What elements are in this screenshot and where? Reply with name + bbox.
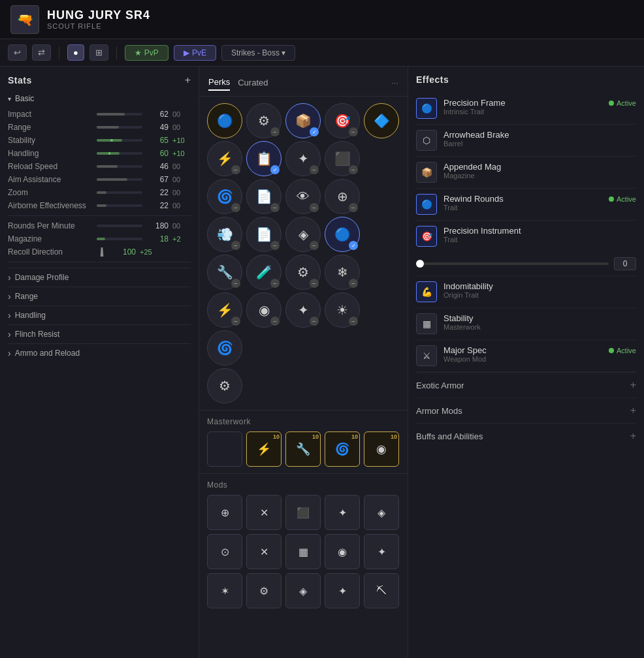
buffs-abilities-section[interactable]: Buffs and Abilities + [416,423,636,448]
mod-slot-3-4[interactable]: ✦ [325,573,360,608]
rewind-rounds-icon: 🔵 [416,194,437,215]
effects-title: Effects [416,74,636,85]
rewind-rounds-dot [609,196,614,202]
mw-slot-empty[interactable] [207,431,242,467]
perk-slot-6-1[interactable]: ⚡ [207,292,242,328]
perk-slot-1-5[interactable]: 🔷 [364,103,399,138]
damage-profile-section[interactable]: Damage Profile [8,268,191,287]
mod-slot-1-4[interactable]: ✦ [325,495,360,530]
back-button[interactable]: ↩ [8,44,27,61]
stat-bonus-3: +10 [172,149,191,157]
weapon-info: HUNG JURY SR4 SCOUT RIFLE [47,8,150,30]
perk-slot-3-3[interactable]: 👁 [285,179,321,214]
masterwork-row: ⚡10 🔧10 🌀10 ◉10 [207,431,400,467]
arrowhead-info: Arrowhead Brake Barrel [443,130,636,148]
mod-slot-1-5[interactable]: ◈ [364,495,399,530]
stat-row-3: Handling 60 +10 [8,149,191,158]
perks-more-icon[interactable]: ··· [391,78,398,87]
mod-slot-2-2[interactable]: ✕ [246,534,282,569]
pve-button[interactable]: PvE [174,45,216,61]
strikes-button[interactable]: Strikes - Boss ▾ [221,45,295,61]
appended-mag-sub: Magazine [443,172,636,180]
stat-bar-4 [97,165,142,168]
exotic-armor-section[interactable]: Exotic Armor + [416,372,636,398]
perk-slot-4-2[interactable]: 📄 [246,217,282,252]
mw-badge-2: 10 [312,433,319,440]
perk-slot-3-2[interactable]: 📄 [246,179,282,214]
perk-slot-4-3[interactable]: ◈ [285,217,321,252]
perk-slot-2-3[interactable]: ✦ [285,141,321,176]
mw-slot-2[interactable]: 🔧10 [285,431,321,467]
perk-slot-2-4[interactable]: ⬛ [325,141,360,176]
shuffle-button[interactable]: ⇄ [32,44,51,61]
armor-mods-section[interactable]: Armor Mods + [416,398,636,423]
mod-slot-2-5[interactable]: ✦ [364,534,399,569]
stat-value-1: 49 [146,123,169,132]
perk-slot-2-2[interactable]: 📋 [246,141,282,176]
perks-panel: Perks Curated ··· 🔵 ⚙ 📦 🎯 🔷 ⚡ 📋 ✦ ⬛ [199,67,408,658]
perk-slot-3-1[interactable]: 🌀 [207,179,242,214]
range-section[interactable]: Range [8,287,191,306]
perk-slot-5-2[interactable]: 🧪 [246,255,282,290]
flinch-resist-section[interactable]: Flinch Resist [8,324,191,343]
mw-badge-4: 10 [391,433,397,440]
perk-slot-1-1[interactable]: 🔵 [207,103,242,138]
perk-slot-4-1[interactable]: 💨 [207,217,242,252]
flinch-resist-label: Flinch Resist [15,330,60,339]
stat-rows: Impact 62 00 Range 49 00 Stability [8,110,191,210]
mw-slot-1[interactable]: ⚡10 [246,431,282,467]
mod-slot-1-1[interactable]: ⊕ [207,495,242,530]
major-spec-name: Major Spec [443,345,636,355]
perk-row-5: 🔧 🧪 ⚙ ❄ [207,255,400,290]
tab-curated[interactable]: Curated [238,75,268,90]
single-view-button[interactable]: ● [67,44,84,61]
mod-slot-3-2[interactable]: ⚙ [246,573,282,608]
ammo-reload-section[interactable]: Ammo and Reload [8,343,191,362]
grid-view-button[interactable]: ⊞ [89,44,108,61]
perk-slot-5-4[interactable]: ❄ [325,255,360,290]
perk-row-4: 💨 📄 ◈ 🔵 [207,217,400,252]
basic-section-toggle[interactable]: Basic [8,93,191,104]
mod-slot-3-5[interactable]: ⛏ [364,573,399,608]
stat-bar-5 [97,178,142,181]
tab-perks[interactable]: Perks [208,74,230,91]
stat-bar-fill-7 [97,204,106,207]
perk-slot-4-4[interactable]: 🔵 [325,217,360,252]
perk-slot-3-4[interactable]: ⊕ [325,179,360,214]
perk-slot-8-1[interactable]: ⚙ [207,368,242,403]
mod-slot-2-1[interactable]: ⊙ [207,534,242,569]
perk-slot-6-4[interactable]: ☀ [325,292,360,328]
perk-slot-6-2[interactable]: ◉ [246,292,282,328]
mod-slot-3-3[interactable]: ◈ [285,573,321,608]
stat-label-4: Reload Speed [8,162,93,171]
magazine-value: 18 [146,234,169,243]
pvp-button[interactable]: PvP [125,45,169,61]
perk-slot-5-1[interactable]: 🔧 [207,255,242,290]
perk-row-6: ⚡ ◉ ✦ ☀ [207,292,400,328]
perk-slot-7-1[interactable]: 🌀 [207,330,242,366]
perk-slot-6-3[interactable]: ✦ [285,292,321,328]
perk-row-3: 🌀 📄 👁 ⊕ [207,179,400,214]
perk-slot-1-2[interactable]: ⚙ [246,103,282,138]
slider-thumb [416,260,424,268]
mod-slot-1-2[interactable]: ✕ [246,495,282,530]
precision-frame-name: Precision Frame [443,98,636,108]
indomitability-sub: Origin Trait [443,291,636,299]
mod-slot-3-1[interactable]: ✶ [207,573,242,608]
mod-slot-1-3[interactable]: ⬛ [285,495,321,530]
mw-slot-4[interactable]: ◉10 [364,431,399,467]
stability-mw-info: Stability Masterwork [443,313,636,331]
perk-slot-2-1[interactable]: ⚡ [207,141,242,176]
handling-section[interactable]: Handling [8,306,191,324]
perk-slot-5-3[interactable]: ⚙ [285,255,321,290]
appended-mag-name: Appended Mag [443,162,636,172]
mw-slot-3[interactable]: 🌀10 [325,431,360,467]
perk-slot-1-4[interactable]: 🎯 [325,103,360,138]
add-stat-button[interactable]: + [185,74,191,86]
perk-slot-1-3[interactable]: 📦 [285,103,321,138]
basic-section-label: Basic [15,94,34,103]
stats-header: Stats + [8,74,191,86]
precision-frame-dot [609,101,614,106]
mod-slot-2-3[interactable]: ▦ [285,534,321,569]
mod-slot-2-4[interactable]: ◉ [325,534,360,569]
